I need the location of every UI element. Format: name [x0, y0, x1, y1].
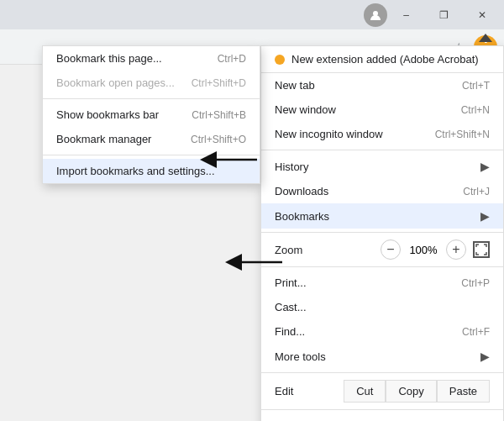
zoom-controls: − 100% +: [381, 239, 490, 260]
menu-item-print[interactable]: Print... Ctrl+P: [261, 271, 503, 295]
restore-button[interactable]: ❐: [425, 3, 463, 28]
menu-item-new-window-shortcut: Ctrl+N: [461, 104, 490, 116]
menu-item-new-window[interactable]: New window Ctrl+N: [261, 97, 503, 122]
separator-4: [261, 372, 503, 373]
menu-item-find[interactable]: Find... Ctrl+F: [261, 319, 503, 344]
extension-notice-text: New extension added (Adobe Acrobat): [291, 53, 479, 66]
submenu-item-bookmark-open-pages[interactable]: Bookmark open pages... Ctrl+Shift+D: [43, 71, 260, 95]
submenu-item-show-bookmarks-bar-label: Show bookmarks bar: [56, 108, 159, 121]
separator-1: [261, 150, 503, 150]
menu-item-incognito-label: New incognito window: [275, 128, 383, 140]
zoom-minus-button[interactable]: −: [381, 239, 401, 260]
zoom-value: 100%: [407, 244, 439, 256]
arrow-up-annotation: [479, 34, 492, 42]
edit-row: Edit Cut Copy Paste: [261, 376, 503, 406]
menu-item-bookmarks-label: Bookmarks: [275, 210, 329, 223]
bookmarks-annotation-arrow: [200, 147, 259, 175]
menu-item-print-label: Print...: [275, 276, 307, 289]
close-button[interactable]: ✕: [463, 3, 501, 28]
zoom-plus-button[interactable]: +: [446, 239, 466, 260]
separator-3: [261, 266, 503, 267]
submenu-item-bookmark-page[interactable]: Bookmark this page... Ctrl+D: [43, 46, 260, 71]
menu-item-cast[interactable]: Cast...: [261, 295, 503, 319]
zoom-fullscreen-button[interactable]: [473, 241, 490, 258]
menu-item-print-shortcut: Ctrl+P: [461, 277, 490, 289]
menu-item-downloads-shortcut: Ctrl+J: [463, 186, 490, 197]
extension-notice: New extension added (Adobe Acrobat): [261, 46, 503, 73]
menu-item-settings[interactable]: Settings: [261, 413, 503, 421]
cut-button[interactable]: Cut: [344, 380, 386, 403]
more-tools-arrow-icon: ▶: [480, 350, 490, 363]
separator-2: [261, 232, 503, 233]
paste-button[interactable]: Paste: [437, 380, 490, 403]
menu-item-history-label: History: [275, 161, 308, 173]
menu-item-downloads-label: Downloads: [275, 185, 328, 197]
menu-item-find-shortcut: Ctrl+F: [462, 326, 490, 338]
copy-button[interactable]: Copy: [386, 380, 436, 403]
edit-label: Edit: [275, 385, 344, 397]
submenu-item-bookmark-manager-label: Bookmark manager: [56, 133, 151, 145]
menu-item-history[interactable]: History ▶: [261, 154, 503, 179]
history-arrow-icon: ▶: [480, 160, 490, 173]
menu-item-find-label: Find...: [275, 325, 305, 338]
menu-item-new-tab-label: New tab: [275, 79, 315, 92]
separator-5: [261, 409, 503, 410]
submenu-separator-1: [43, 98, 260, 99]
account-icon[interactable]: [364, 3, 387, 27]
submenu-item-show-bookmarks-bar[interactable]: Show bookmarks bar Ctrl+Shift+B: [43, 103, 260, 127]
menu-item-incognito[interactable]: New incognito window Ctrl+Shift+N: [261, 122, 503, 146]
submenu-item-bookmark-manager-shortcut: Ctrl+Shift+O: [191, 134, 246, 145]
menu-item-incognito-shortcut: Ctrl+Shift+N: [435, 129, 490, 140]
menu-item-cast-label: Cast...: [275, 301, 307, 313]
minimize-button[interactable]: –: [387, 3, 425, 28]
submenu-item-bookmark-page-shortcut: Ctrl+D: [218, 53, 246, 65]
submenu-item-bookmark-page-label: Bookmark this page...: [56, 52, 162, 65]
submenu-item-bookmark-open-pages-label: Bookmark open pages...: [56, 76, 175, 89]
menu-item-more-tools-label: More tools: [275, 350, 326, 363]
import-annotation-arrow: [225, 250, 284, 277]
zoom-control-row: Zoom − 100% +: [261, 236, 503, 263]
chrome-main-menu: New extension added (Adobe Acrobat) New …: [260, 45, 504, 421]
menu-item-more-tools[interactable]: More tools ▶: [261, 344, 503, 369]
titlebar: – ❐ ✕: [0, 0, 504, 29]
submenu-item-bookmark-open-pages-shortcut: Ctrl+Shift+D: [192, 77, 246, 89]
menu-item-bookmarks[interactable]: Bookmarks ▶: [261, 203, 503, 229]
menu-item-new-tab-shortcut: Ctrl+T: [462, 80, 490, 92]
notice-dot-icon: [275, 55, 285, 65]
submenu-item-show-bookmarks-bar-shortcut: Ctrl+Shift+B: [192, 109, 246, 121]
menu-item-new-tab[interactable]: New tab Ctrl+T: [261, 73, 503, 97]
menu-item-downloads[interactable]: Downloads Ctrl+J: [261, 179, 503, 203]
submenu-item-import-bookmarks-label: Import bookmarks and settings...: [56, 165, 215, 177]
bookmarks-arrow-icon: ▶: [480, 209, 490, 223]
menu-item-new-window-label: New window: [275, 103, 336, 116]
